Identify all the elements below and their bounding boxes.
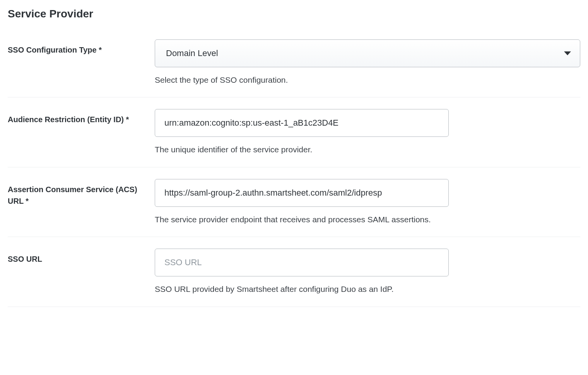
helper-sso-url: SSO URL provided by Smartsheet after con… <box>155 283 580 295</box>
label-acs-url: Assertion Consumer Service (ACS) URL * <box>8 184 147 207</box>
label-sso-config-type: SSO Configuration Type * <box>8 44 147 56</box>
row-audience-restriction: Audience Restriction (Entity ID) * The u… <box>8 97 580 167</box>
select-sso-config-type[interactable]: Domain Level <box>155 39 580 67</box>
row-sso-config-type: SSO Configuration Type * Domain Level Se… <box>8 39 580 97</box>
input-sso-url[interactable] <box>155 249 449 276</box>
helper-acs-url: The service provider endpoint that recei… <box>155 214 580 225</box>
section-title: Service Provider <box>8 8 580 20</box>
helper-audience-restriction: The unique identifier of the service pro… <box>155 144 580 155</box>
input-acs-url[interactable] <box>155 179 449 207</box>
input-audience-restriction[interactable] <box>155 109 449 137</box>
row-sso-url: SSO URL SSO URL provided by Smartsheet a… <box>8 237 580 307</box>
row-acs-url: Assertion Consumer Service (ACS) URL * T… <box>8 167 580 237</box>
helper-sso-config-type: Select the type of SSO configuration. <box>155 74 580 85</box>
label-audience-restriction: Audience Restriction (Entity ID) * <box>8 114 147 125</box>
label-sso-url: SSO URL <box>8 253 147 265</box>
